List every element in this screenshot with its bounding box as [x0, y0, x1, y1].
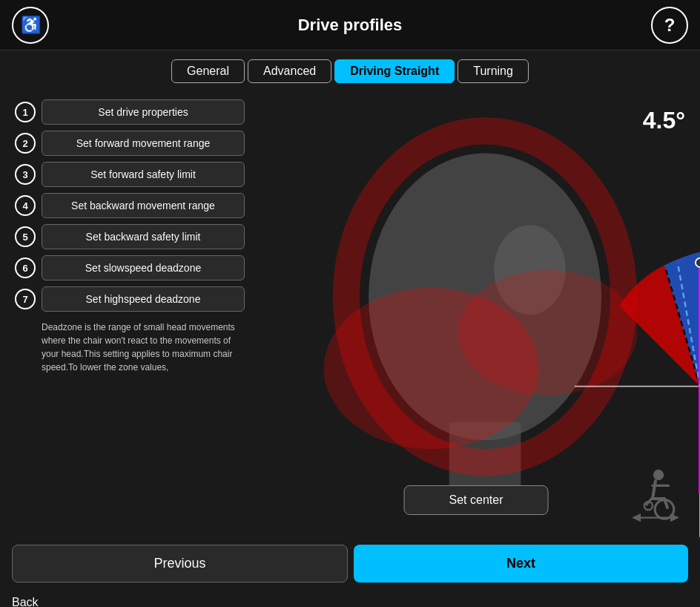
menu-item-7: 7 Set highspeed deadzone	[15, 286, 245, 312]
logo-symbol: ♿	[21, 16, 41, 35]
main-content: 1 Set drive properties 2 Set forward mov…	[0, 92, 700, 537]
svg-point-12	[696, 258, 700, 267]
wheelchair-icon	[626, 463, 685, 522]
description-text: Deadzone is the range of small head move…	[42, 321, 245, 374]
step-6-circle: 6	[15, 257, 36, 278]
header: ♿ Drive profiles ?	[0, 0, 700, 50]
svg-point-13	[653, 470, 664, 480]
right-panel: 4.5°	[252, 92, 700, 537]
set-forward-safety-limit-button[interactable]: Set forward safety limit	[42, 162, 245, 187]
tab-advanced[interactable]: Advanced	[248, 59, 331, 83]
menu-item-1: 1 Set drive properties	[15, 99, 245, 125]
svg-point-5	[458, 270, 638, 396]
menu-item-3: 3 Set forward safety limit	[15, 162, 245, 187]
angle-display: 4.5°	[643, 107, 685, 134]
footer: Back	[0, 590, 700, 607]
set-forward-movement-range-button[interactable]: Set forward movement range	[42, 131, 245, 156]
step-2-circle: 2	[15, 133, 36, 154]
menu-item-5: 5 Set backward safety limit	[15, 224, 245, 249]
tab-driving-straight[interactable]: Driving Straight	[334, 59, 455, 83]
next-button[interactable]: Next	[354, 545, 688, 583]
set-backward-movement-range-button[interactable]: Set backward movement range	[42, 193, 245, 218]
menu-item-4: 4 Set backward movement range	[15, 193, 245, 218]
back-label[interactable]: Back	[12, 596, 39, 607]
set-slowspeed-deadzone-button[interactable]: Set slowspeed deadzone	[42, 255, 245, 280]
step-3-circle: 3	[15, 164, 36, 185]
step-1-circle: 1	[15, 102, 36, 122]
menu-item-2: 2 Set forward movement range	[15, 131, 245, 156]
tabs-bar: General Advanced Driving Straight Turnin…	[0, 50, 700, 92]
tab-general[interactable]: General	[171, 59, 245, 83]
step-5-circle: 5	[15, 226, 36, 247]
app-logo: ♿	[12, 7, 49, 44]
previous-button[interactable]: Previous	[12, 545, 348, 583]
menu-item-6: 6 Set slowspeed deadzone	[15, 255, 245, 280]
set-highspeed-deadzone-button[interactable]: Set highspeed deadzone	[42, 286, 245, 312]
set-backward-safety-limit-button[interactable]: Set backward safety limit	[42, 224, 245, 249]
set-center-button[interactable]: Set center	[404, 485, 549, 515]
page-title: Drive profiles	[298, 16, 403, 35]
left-panel: 1 Set drive properties 2 Set forward mov…	[0, 92, 252, 537]
help-button[interactable]: ?	[651, 7, 688, 44]
tab-turning[interactable]: Turning	[458, 59, 529, 83]
step-4-circle: 4	[15, 195, 36, 216]
step-7-circle: 7	[15, 289, 36, 309]
bottom-nav: Previous Next	[0, 537, 700, 590]
set-drive-properties-button[interactable]: Set drive properties	[42, 99, 245, 125]
